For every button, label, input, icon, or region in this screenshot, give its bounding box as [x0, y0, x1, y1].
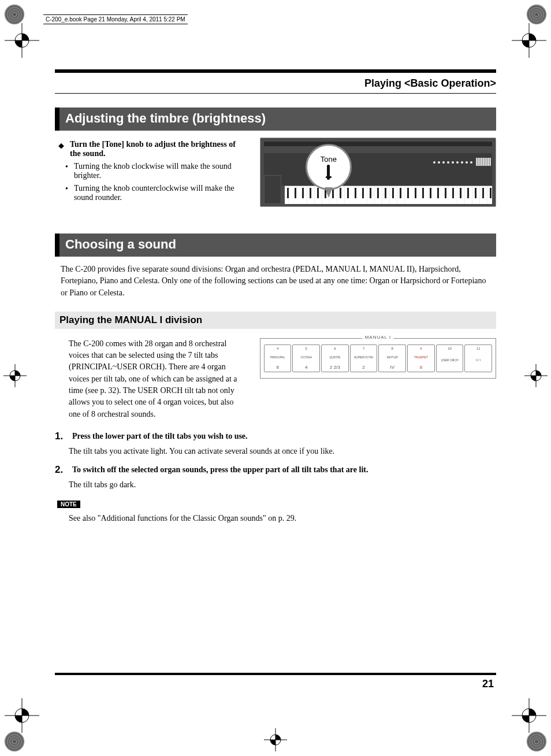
step-number-2: 2. [55, 464, 68, 476]
diamond-bullet-icon: ◆ [58, 140, 64, 151]
tilt-tab: 9TRUMPET8 [407, 344, 435, 372]
registration-mark-tl [5, 23, 39, 58]
registration-mark-tr [512, 23, 546, 58]
step-number-1: 1. [55, 431, 68, 442]
print-rosette-br [527, 732, 546, 751]
tone-knob-callout: Tone [306, 144, 352, 190]
footer-rule [55, 673, 496, 675]
note-body: See also "Additional functions for the C… [69, 513, 492, 524]
tilt-tab: 5OCTAVA4 [292, 344, 320, 372]
subsection-heading: Playing the MANUAL I division [55, 312, 496, 329]
section2-intro: The C-200 provides five separate sound d… [61, 264, 492, 299]
tilt-tab: 4PRINCIPAL8 [264, 344, 292, 372]
step-2-bold: To switch off the selected organ sounds,… [72, 464, 368, 475]
tilt-tab: 10USER ORCH [436, 344, 464, 372]
bullet-icon: • [65, 162, 68, 172]
print-rosette-tl [5, 5, 24, 24]
step-2-body: The tilt tabs go dark. [69, 479, 492, 491]
tilt-tab: 11II / I [464, 344, 492, 372]
keyboard-illustration: Tone [260, 138, 496, 207]
tilt-tab: 6QUINTE2 2/3 [321, 344, 349, 372]
manual-i-panel-illustration: MANUAL I 4PRINCIPAL85OCTAVA46QUINTE2 2/3… [260, 338, 496, 379]
step-1-body: The tilt tabs you activate light. You ca… [69, 446, 492, 457]
lead-text: Turn the [Tone] knob to adjust the brigh… [70, 140, 248, 158]
tilt-tab: 7SUPEROCTAV2 [350, 344, 378, 372]
header-rule-thin [55, 93, 496, 94]
tilt-tab: 8MIXTURIV [378, 344, 406, 372]
section-heading-timbre: Adjusting the timbre (brightness) [55, 108, 496, 131]
page-number: 21 [482, 678, 494, 690]
step-1-bold: Press the lower part of the tilt tabs yo… [72, 431, 248, 441]
note-label: NOTE [57, 501, 80, 508]
section-heading-choosing: Choosing a sound [55, 234, 496, 257]
page-title: Playing <Basic Operation> [55, 77, 496, 90]
registration-mark-bc [264, 728, 287, 751]
bullet-text-cw: Turning the knob clockwise will make the… [74, 162, 248, 180]
registration-mark-bl [5, 698, 39, 733]
page-content: Playing <Basic Operation> Adjusting the … [55, 69, 496, 692]
bullet-icon: • [65, 184, 68, 194]
registration-mark-ml [3, 364, 27, 387]
manual-i-label: MANUAL I [363, 335, 394, 340]
running-header: C-200_e.book Page 21 Monday, April 4, 20… [43, 14, 508, 24]
print-rosette-tr [527, 5, 546, 24]
header-rule-thick [55, 69, 496, 73]
running-header-text: C-200_e.book Page 21 Monday, April 4, 20… [43, 14, 188, 24]
registration-mark-mr [524, 364, 548, 387]
registration-mark-br [512, 698, 546, 733]
tone-label: Tone [321, 155, 337, 164]
print-rosette-bl [5, 732, 24, 751]
bullet-text-ccw: Turning the knob counterclockwise will m… [74, 184, 248, 202]
subsection-intro: The C-200 comes with 28 organ and 8 orch… [69, 338, 244, 420]
